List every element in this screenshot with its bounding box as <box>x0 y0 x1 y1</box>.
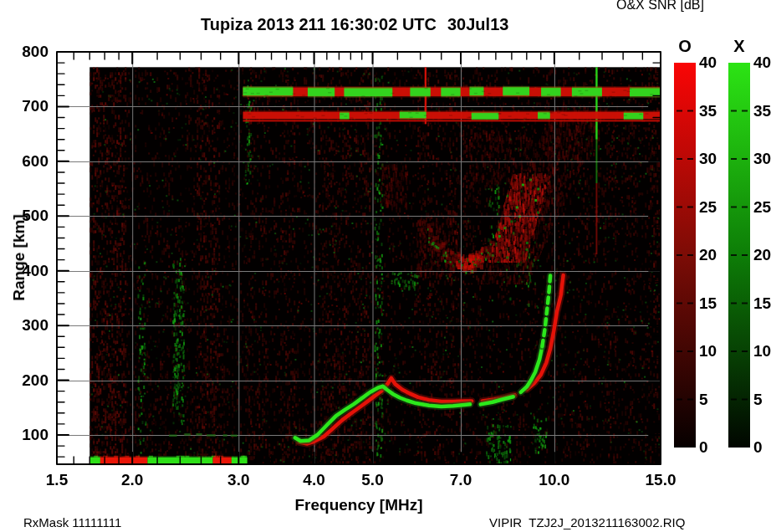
y-tick-label: 700 <box>0 97 49 115</box>
o-colorbar-tick-label: 10 <box>699 342 728 361</box>
filename-text: VIPIR TZJ2J_2013211163002.RIQ <box>489 515 685 529</box>
x-tick-label: 5.0 <box>351 471 395 489</box>
o-colorbar-tick-label: 35 <box>699 102 728 120</box>
o-colorbar-tick-label: 15 <box>699 294 728 313</box>
y-tick-label: 500 <box>0 207 49 225</box>
x-tick-label: 4.0 <box>293 471 336 489</box>
x-colorbar-tick-label: 25 <box>753 198 771 217</box>
x-colorbar-tick-label: 30 <box>753 150 771 168</box>
y-tick-label: 600 <box>0 152 49 171</box>
y-axis-label: Range [km] <box>10 214 28 300</box>
plot-title: Tupiza 2013 211 16:30:02 UTC <box>201 15 437 34</box>
x-colorbar-tick-label: 5 <box>753 391 771 409</box>
x-tick-label: 3.0 <box>217 471 260 489</box>
x-colorbar-tick-label: 15 <box>753 294 771 313</box>
y-tick-label: 800 <box>0 43 49 61</box>
o-colorbar-tick-label: 0 <box>699 438 728 457</box>
x-colorbar-tick-label: 0 <box>753 438 771 457</box>
x-tick-label: 2.0 <box>110 471 154 489</box>
y-tick-label: 100 <box>0 426 49 444</box>
x-colorbar-tick-label: 40 <box>753 54 771 72</box>
x-axis-label: Frequency [MHz] <box>294 496 422 514</box>
x-colorbar-tick-label: 10 <box>753 342 771 361</box>
o-colorbar-tick-label: 40 <box>699 54 728 72</box>
x-tick-label: 10.0 <box>533 471 576 489</box>
x-tick-label: 15.0 <box>639 471 682 489</box>
ionogram-page: Tupiza 2013 211 16:30:02 UTC 30Jul13 O&X… <box>0 0 771 532</box>
o-colorbar-tick-label: 25 <box>699 198 728 217</box>
o-colorbar-header: O <box>674 37 696 56</box>
x-tick-label: 7.0 <box>439 471 483 489</box>
ionogram-canvas <box>0 0 771 532</box>
x-colorbar-tick-label: 35 <box>753 102 771 120</box>
rxmask-text: RxMask 11111111 <box>23 515 121 529</box>
x-colorbar-tick-label: 20 <box>753 246 771 264</box>
x-tick-label: 1.5 <box>35 471 79 489</box>
plot-date: 30Jul13 <box>447 15 508 34</box>
o-colorbar-tick-label: 30 <box>699 150 728 168</box>
y-tick-label: 300 <box>0 316 49 335</box>
o-colorbar-tick-label: 20 <box>699 246 728 264</box>
y-tick-label: 200 <box>0 371 49 390</box>
x-colorbar-header: X <box>728 37 750 56</box>
o-colorbar-tick-label: 5 <box>699 391 728 409</box>
colorbar-title: O&X SNR [dB] <box>616 0 704 13</box>
y-tick-label: 400 <box>0 262 49 280</box>
